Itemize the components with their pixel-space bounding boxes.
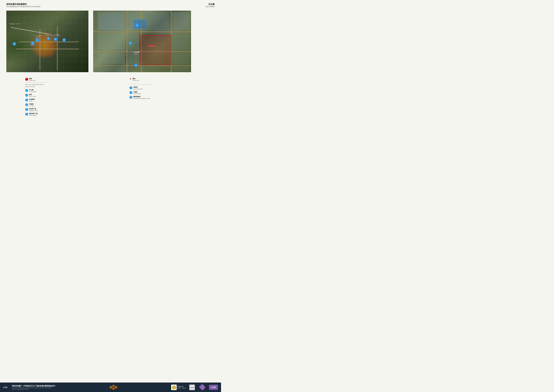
marker-right-1: 1 [135, 23, 139, 27]
marker-left-1-label: 中心区南侧CBD [34, 35, 42, 38]
arrow-label: to Airport →1km [9, 23, 19, 25]
road-rh1 [93, 31, 191, 32]
legend-item-3-text: 中信西武 Seibu [29, 98, 35, 102]
legend-num-1-icon: 1 [25, 89, 28, 92]
legend-item-4-text: 万象城 The MixC [29, 103, 35, 107]
legend-right-item-2-en: Crystal Island [133, 93, 141, 94]
legend-right-item-1: 1 市政府 City Government [130, 86, 215, 90]
star-icon: ✦ [130, 77, 132, 80]
marker-left-2-label: 华强北·海岸 [28, 45, 36, 46]
legend-left: 基地 Project Site Other surrounding Retail… [6, 78, 88, 117]
legend-right-item-1-cn: 市政府 [133, 86, 143, 88]
legend-item-6-text: 益田假日广场 Yitian Holiday [29, 113, 38, 116]
legend-item-3-en: Seibu [29, 100, 35, 102]
left-map-background: to Airport →1km 1 中心区南侧CBD 2 华强北·海岸 3 华强… [6, 11, 88, 72]
legend-right-item-2-cn: 水晶岛 [133, 91, 141, 93]
header-right: 区位图 Site Location [206, 3, 215, 7]
legend-item-2-cn: 星河 [29, 94, 36, 96]
marker-right-2: 2 [129, 41, 132, 45]
legend-other-retail-sub: within the vicinity [25, 86, 88, 87]
block-1 [98, 12, 125, 30]
legend-project-site: 基地 Project Site [25, 78, 88, 81]
block-11 [98, 67, 125, 71]
road-h2 [16, 49, 79, 49]
legend-num-6-icon: 6 [25, 113, 28, 116]
legend-project-site-text: 基地 Project Site [29, 78, 35, 81]
legend-num-3-icon: 3 [25, 98, 28, 101]
legend-red-icon [25, 78, 28, 81]
legend-item-1-en: Central Walk [29, 91, 36, 92]
legend-right-spacer [130, 83, 215, 83]
legend-section: 基地 Project Site Other surrounding Retail… [0, 75, 221, 120]
right-map: 本案基地 中心区南侧 CBD 1 2 3 [93, 11, 191, 72]
legend-right-project-site-text: 基地 Project Site [132, 78, 139, 81]
legend-right-item-3-en: International Exhibition Center [133, 98, 150, 99]
page-title-cn: 深圳岗厦区域的重要性 [6, 3, 41, 6]
road-rv1 [126, 11, 128, 72]
legend-item-5-cn: 金光华广场 [29, 108, 38, 110]
block-10 [172, 52, 189, 64]
maps-section: to Airport →1km 1 中心区南侧CBD 2 华强北·海岸 3 华强… [0, 9, 221, 75]
header-left: 深圳岗厦区域的重要性 The Significance of Gangxia D… [6, 3, 41, 7]
marker-left-5: 5 [62, 38, 66, 42]
legend-project-site-cn: 基地 [29, 78, 35, 80]
site-label-cn: 本案基地 [148, 45, 155, 47]
legend-right-item-2: 2 水晶岛 Crystal Island [130, 91, 215, 94]
legend-item-5-en: Kingglory Plaza [29, 110, 38, 111]
legend-right-item-3-text: 国际展览馆 International Exhibition Center [133, 96, 150, 99]
road-rh3 [93, 65, 191, 66]
header: 深圳岗厦区域的重要性 The Significance of Gangxia D… [0, 0, 221, 9]
marker-right-3: 3 [134, 63, 138, 67]
block-4 [172, 12, 189, 30]
cbd-label: 中心区南侧 CBD [132, 51, 139, 55]
legend-item-2-text: 星河 COCO Park [29, 94, 36, 97]
legend-right-item-2-text: 水晶岛 Crystal Island [133, 91, 141, 94]
right-map-background: 本案基地 中心区南侧 CBD 1 2 3 [93, 11, 191, 72]
legend-item-2: 2 星河 COCO Park [25, 94, 88, 97]
marker-left-3: 3 [47, 37, 50, 40]
legend-right-item-3-cn: 国际展览馆 [133, 96, 150, 98]
legend-item-5: 5 金光华广场 Kingglory Plaza [25, 108, 88, 111]
legend-project-site-en: Project Site [29, 80, 35, 81]
legend-item-1-cn: 中心城 [29, 89, 36, 91]
legend-item-3-cn: 中信西武 [29, 98, 35, 100]
block-7 [172, 33, 189, 50]
legend-right-site-en: Project Site [132, 80, 139, 81]
legend-right-num-1-icon: 1 [130, 86, 132, 89]
legend-item-2-en: COCO Park [29, 96, 36, 97]
legend-right-item-3: 3 国际展览馆 International Exhibition Center [130, 96, 215, 99]
legend-item-6: 6 益田假日广场 Yitian Holiday [25, 113, 88, 116]
legend-item-3: 3 中信西武 Seibu [25, 98, 88, 102]
marker-left-2: 2 [31, 41, 34, 45]
legend-item-5-text: 金光华广场 Kingglory Plaza [29, 108, 38, 111]
legend-item-4: 4 万象城 The MixC [25, 103, 88, 107]
block-5 [98, 33, 125, 50]
legend-item-6-en: Yitian Holiday [29, 115, 38, 116]
legend-item-4-cn: 万象城 [29, 103, 35, 105]
legend-item-6-cn: 益田假日广场 [29, 113, 38, 115]
legend-right-num-2-icon: 2 [130, 91, 132, 94]
legend-item-1: 1 中心城 Central Walk [25, 89, 88, 92]
legend-right-site-cn: 基地 [132, 78, 139, 80]
legend-num-2-icon: 2 [25, 94, 28, 97]
road-v2 [57, 26, 58, 70]
cbd-cn: 中心区南侧 [132, 51, 139, 53]
left-map: to Airport →1km 1 中心区南侧CBD 2 华强北·海岸 3 华强… [6, 11, 88, 72]
legend-right-item-1-text: 市政府 City Government [133, 86, 143, 90]
legend-other-retail-en: Other surrounding Retail Centers [25, 84, 88, 85]
legend-num-4-icon: 4 [25, 103, 28, 106]
road-h1 [19, 41, 79, 42]
cbd-en: CBD [132, 53, 139, 55]
legend-right-project-site: ✦ 基地 Project Site [130, 78, 215, 81]
marker-left-6: 6 [13, 42, 16, 46]
marker-left-1: 1 [35, 38, 39, 42]
legend-right-num-3-icon: 3 [130, 96, 132, 99]
marker-left-4: 4 [54, 37, 57, 41]
block-12 [172, 67, 189, 71]
legend-item-4-en: The MixC [29, 105, 35, 107]
block-8 [98, 52, 125, 64]
block-3 [143, 12, 169, 30]
legend-num-5-icon: 5 [25, 108, 28, 111]
legend-item-1-text: 中心城 Central Walk [29, 89, 36, 92]
legend-right: ✦ 基地 Project Site 1 市政府 City Government … [117, 78, 215, 117]
